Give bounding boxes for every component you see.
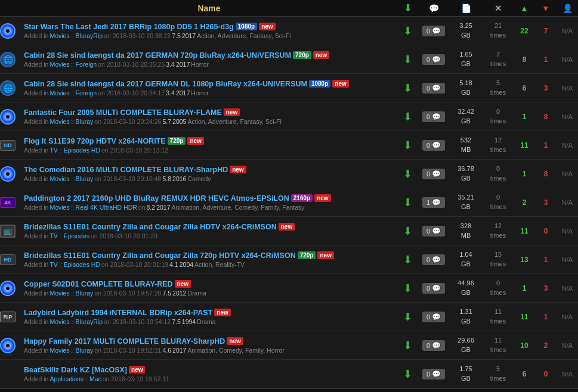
meta-cat2[interactable]: Episodes HD	[64, 261, 100, 268]
chat-button[interactable]: 1 💬	[418, 197, 449, 208]
chat-button[interactable]: 0 💬	[418, 111, 449, 122]
chat-box[interactable]: 0 💬	[422, 254, 445, 265]
download-icon[interactable]: ⬇	[403, 54, 412, 66]
download-button[interactable]: ⬇	[397, 368, 418, 381]
row-title[interactable]: Bridezillas S11E01 Country Zilla and Cou…	[24, 251, 296, 260]
download-icon[interactable]: ⬇	[403, 197, 412, 209]
chat-box[interactable]: 0 💬	[422, 111, 445, 122]
download-button[interactable]: ⬇	[397, 253, 418, 266]
download-button[interactable]: ⬇	[397, 53, 418, 66]
meta-cat1[interactable]: TV	[50, 261, 57, 268]
meta-cat1[interactable]: Movies	[50, 32, 69, 39]
row-title[interactable]: Copper S02D01 COMPLETE BLURAY-RED	[24, 280, 173, 288]
chat-button[interactable]: 0 💬	[418, 369, 449, 379]
tv-icon: 📺	[0, 225, 16, 238]
download-icon[interactable]: ⬇	[403, 168, 412, 180]
meta-cat1[interactable]: Applications	[50, 375, 84, 382]
meta-added: Added in	[24, 61, 48, 68]
row-title[interactable]: Bridezillas S11E01 Country Zilla and Cou…	[24, 223, 277, 231]
row-title[interactable]: The Comedian 2016 MULTi COMPLETE BLURAY-…	[24, 166, 228, 174]
chat-count: 0	[426, 170, 430, 178]
chat-button[interactable]: 0 💬	[418, 140, 449, 151]
row-title[interactable]: Cabin 28 Sie sind laengst da 2017 GERMAN…	[24, 51, 291, 60]
download-button[interactable]: ⬇	[397, 82, 418, 95]
chat-button[interactable]: 0 💬	[418, 169, 449, 179]
meta-cat2[interactable]: Mac	[89, 375, 101, 382]
download-button[interactable]: ⬇	[397, 24, 418, 38]
row-title[interactable]: Happy Family 2017 MULTi COMPLETE BLURAY-…	[24, 337, 225, 346]
meta-cat2[interactable]: Bluray	[76, 175, 94, 182]
download-icon[interactable]: ⬇	[403, 254, 412, 266]
chat-button[interactable]: 0 💬	[418, 83, 449, 94]
meta-cat1[interactable]: Movies	[50, 290, 69, 297]
download-icon[interactable]: ⬇	[403, 225, 412, 237]
row-title[interactable]: BeatSkillz Dark KZ [MacOSX]	[24, 366, 127, 374]
download-button[interactable]: ⬇	[397, 225, 418, 238]
meta-cat2[interactable]: BlurayRip	[76, 32, 103, 39]
chat-button[interactable]: 0 💬	[418, 312, 449, 322]
chat-box[interactable]: 0 💬	[422, 226, 445, 237]
meta-cat2[interactable]: Episodes	[64, 232, 89, 239]
chat-box[interactable]: 0 💬	[422, 369, 445, 379]
meta-cat1[interactable]: Movies	[50, 89, 69, 97]
meta-cat1[interactable]: Movies	[50, 204, 69, 211]
download-icon[interactable]: ⬇	[403, 111, 412, 123]
meta-cat2[interactable]: Bluray	[76, 290, 94, 297]
meta-cat2[interactable]: Bluray	[76, 347, 94, 354]
meta-cat2[interactable]: Bluray	[76, 118, 94, 125]
download-icon[interactable]: ⬇	[403, 82, 412, 94]
chat-box[interactable]: 0 💬	[422, 140, 445, 151]
download-button[interactable]: ⬇	[397, 196, 418, 209]
download-button[interactable]: ⬇	[397, 310, 418, 323]
chat-box[interactable]: 0 💬	[422, 26, 445, 36]
download-icon[interactable]: ⬇	[403, 25, 412, 37]
chat-box[interactable]: 0 💬	[422, 340, 445, 351]
chat-box[interactable]: 0 💬	[422, 83, 445, 94]
meta-cat2[interactable]: Real 4K UltraHD HDR	[76, 204, 137, 211]
row-title[interactable]: Ladybird Ladybird 1994 iNTERNAL BDRip x2…	[24, 309, 212, 317]
chat-button[interactable]: 0 💬	[418, 226, 449, 237]
chat-box[interactable]: 0 💬	[422, 54, 445, 65]
meta-cat1[interactable]: Movies	[50, 318, 69, 325]
chat-button[interactable]: 0 💬	[418, 26, 449, 36]
meta-cat1[interactable]: Movies	[50, 175, 69, 182]
download-icon[interactable]: ⬇	[403, 368, 412, 380]
meta-cat2[interactable]: BlurayRip	[76, 318, 103, 325]
chat-button[interactable]: 0 💬	[418, 340, 449, 351]
row-title[interactable]: Cabin 28 Sie sind laengst da 2017 GERMAN…	[24, 80, 307, 88]
download-button[interactable]: ⬇	[397, 139, 418, 152]
download-button[interactable]: ⬇	[397, 282, 418, 295]
meta-cat2[interactable]: Episodes HD	[64, 147, 100, 154]
down-count: 1	[535, 313, 557, 321]
download-icon[interactable]: ⬇	[403, 340, 412, 351]
meta-cat1[interactable]: Movies	[50, 118, 69, 125]
chat-button[interactable]: 0 💬	[418, 54, 449, 65]
meta-cat1[interactable]: Movies	[50, 347, 69, 354]
chat-box[interactable]: 1 💬	[422, 197, 445, 208]
meta-sep: ::	[71, 118, 75, 125]
download-icon[interactable]: ⬇	[403, 139, 412, 151]
chat-box[interactable]: 0 💬	[422, 283, 445, 294]
row-icon: 4K	[0, 197, 21, 208]
meta-genre: Action, Reality-TV	[194, 261, 245, 268]
meta-cat1[interactable]: TV	[50, 232, 57, 239]
row-title[interactable]: Fantastic Four 2005 MULTi COMPLETE BLURA…	[24, 108, 222, 117]
chat-box[interactable]: 0 💬	[422, 169, 445, 179]
row-title[interactable]: Paddington 2 2017 2160p UHD BluRay REMUX…	[24, 194, 289, 203]
meta-cat1[interactable]: TV	[50, 147, 57, 154]
meta-cat2[interactable]: Foreign	[76, 89, 97, 97]
chat-box[interactable]: 0 💬	[422, 312, 445, 322]
download-button[interactable]: ⬇	[397, 339, 418, 352]
meta-cat2[interactable]: Foreign	[76, 61, 97, 68]
row-title[interactable]: Star Wars The Last Jedi 2017 BRRip 1080p…	[24, 23, 234, 31]
download-button[interactable]: ⬇	[397, 167, 418, 181]
meta-line: Added in Movies :: BlurayRip on 2018-03-…	[24, 32, 394, 39]
chat-button[interactable]: 0 💬	[418, 254, 449, 265]
row-title[interactable]: Flog It S11E39 720p HDTV x264-NORiTE	[24, 137, 166, 145]
col-up-header: ▲	[514, 4, 535, 13]
chat-button[interactable]: 0 💬	[418, 283, 449, 294]
download-icon[interactable]: ⬇	[403, 311, 412, 323]
download-icon[interactable]: ⬇	[403, 282, 412, 294]
meta-cat1[interactable]: Movies	[50, 61, 69, 68]
download-button[interactable]: ⬇	[397, 110, 418, 123]
